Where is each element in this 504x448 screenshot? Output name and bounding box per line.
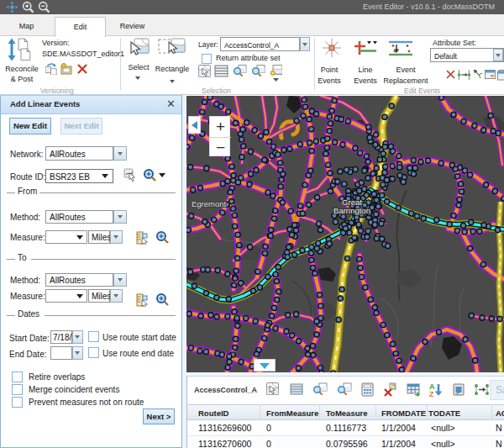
svg-text:Barrington: Barrington [333,206,370,215]
svg-text:Egremont: Egremont [192,199,227,208]
svg-text:Z: Z [429,390,434,398]
